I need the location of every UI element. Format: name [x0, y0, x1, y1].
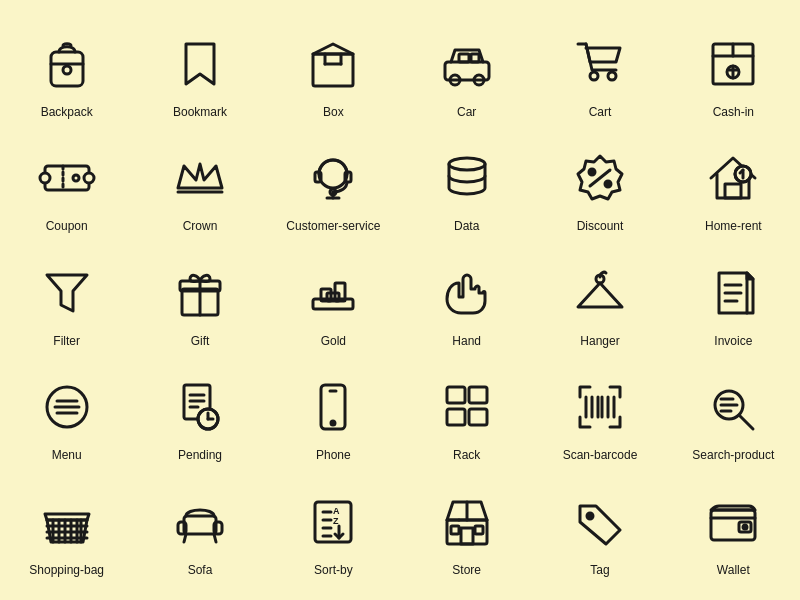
- rack-icon: [432, 372, 502, 442]
- icon-cell-bookmark: Bookmark: [133, 14, 266, 129]
- svg-point-22: [40, 173, 50, 183]
- svg-text:Z: Z: [333, 516, 339, 526]
- svg-rect-107: [451, 526, 459, 534]
- icon-cell-search-product: Search-product: [667, 357, 800, 472]
- pending-icon: [165, 372, 235, 442]
- cart-icon: [565, 29, 635, 99]
- sort-by-icon: A Z: [298, 487, 368, 557]
- icon-cell-backpack: Backpack: [0, 14, 133, 129]
- svg-rect-3: [313, 54, 353, 86]
- svg-point-2: [63, 66, 71, 74]
- box-label: Box: [323, 105, 344, 121]
- customer-service-icon: [298, 143, 368, 213]
- svg-rect-90: [178, 522, 186, 534]
- menu-label: Menu: [52, 448, 82, 464]
- svg-point-14: [608, 72, 616, 80]
- car-icon: [432, 29, 502, 99]
- svg-point-112: [743, 525, 747, 529]
- svg-point-23: [84, 173, 94, 183]
- icon-cell-wallet: Wallet: [667, 472, 800, 587]
- icon-cell-phone: Phone: [267, 357, 400, 472]
- coupon-icon: [32, 143, 102, 213]
- shopping-bag-icon: [32, 487, 102, 557]
- svg-rect-108: [475, 526, 483, 534]
- hanger-label: Hanger: [580, 334, 619, 350]
- svg-rect-71: [469, 409, 487, 425]
- car-label: Car: [457, 105, 476, 121]
- search-product-icon: [698, 372, 768, 442]
- svg-rect-89: [184, 516, 216, 534]
- svg-rect-70: [447, 409, 465, 425]
- svg-rect-48: [327, 293, 339, 301]
- svg-rect-69: [469, 387, 487, 403]
- svg-rect-0: [51, 52, 83, 86]
- svg-rect-11: [459, 54, 469, 62]
- icon-cell-menu: Menu: [0, 357, 133, 472]
- home-rent-icon: [698, 143, 768, 213]
- tag-icon: [565, 487, 635, 557]
- rack-label: Rack: [453, 448, 480, 464]
- icon-cell-car: Car: [400, 14, 533, 129]
- icon-cell-pending: Pending: [133, 357, 266, 472]
- pending-label: Pending: [178, 448, 222, 464]
- svg-line-40: [740, 170, 743, 173]
- svg-rect-110: [711, 510, 755, 540]
- icon-cell-hanger: Hanger: [533, 243, 666, 358]
- store-icon: [432, 487, 502, 557]
- svg-rect-36: [725, 184, 741, 198]
- sofa-label: Sofa: [188, 563, 213, 579]
- icon-cell-coupon: Coupon: [0, 128, 133, 243]
- icon-cell-filter: Filter: [0, 243, 133, 358]
- svg-rect-68: [447, 387, 465, 403]
- gift-label: Gift: [191, 334, 210, 350]
- svg-rect-104: [461, 528, 473, 544]
- icon-cell-tag: Tag: [533, 472, 666, 587]
- hand-label: Hand: [452, 334, 481, 350]
- svg-line-92: [184, 534, 186, 542]
- svg-point-13: [590, 72, 598, 80]
- crown-icon: [165, 143, 235, 213]
- customer-service-label: Customer-service: [286, 219, 380, 235]
- hanger-icon: [565, 258, 635, 328]
- crown-label: Crown: [183, 219, 218, 235]
- home-rent-label: Home-rent: [705, 219, 762, 235]
- icon-cell-customer-service: Customer-service: [267, 128, 400, 243]
- icon-cell-invoice: Invoice: [667, 243, 800, 358]
- sort-by-label: Sort-by: [314, 563, 353, 579]
- gift-icon: [165, 258, 235, 328]
- svg-point-32: [449, 158, 485, 170]
- scan-barcode-icon: [565, 372, 635, 442]
- svg-line-79: [739, 415, 753, 429]
- cash-in-label: Cash-in: [713, 105, 754, 121]
- hand-icon: [432, 258, 502, 328]
- icon-cell-box: Box: [267, 14, 400, 129]
- bookmark-label: Bookmark: [173, 105, 227, 121]
- icon-cell-cart: Cart: [533, 14, 666, 129]
- icon-cell-scan-barcode: Scan-barcode: [533, 357, 666, 472]
- filter-icon: [32, 258, 102, 328]
- data-label: Data: [454, 219, 479, 235]
- icon-cell-data: Data: [400, 128, 533, 243]
- menu-icon: [32, 372, 102, 442]
- svg-rect-21: [45, 166, 89, 190]
- backpack-label: Backpack: [41, 105, 93, 121]
- cart-label: Cart: [589, 105, 612, 121]
- gold-icon: [298, 258, 368, 328]
- invoice-label: Invoice: [714, 334, 752, 350]
- data-icon: [432, 143, 502, 213]
- discount-icon: [565, 143, 635, 213]
- icon-cell-shopping-bag: Shopping-bag: [0, 472, 133, 587]
- icon-cell-store: Store: [400, 472, 533, 587]
- bookmark-icon: [165, 29, 235, 99]
- tag-label: Tag: [590, 563, 609, 579]
- icon-cell-discount: Discount: [533, 128, 666, 243]
- svg-point-67: [331, 421, 335, 425]
- icon-cell-cash-in: Cash-in: [667, 14, 800, 129]
- svg-marker-41: [47, 275, 87, 311]
- store-label: Store: [452, 563, 481, 579]
- svg-rect-12: [471, 54, 479, 62]
- icon-cell-home-rent: Home-rent: [667, 128, 800, 243]
- wallet-label: Wallet: [717, 563, 750, 579]
- coupon-label: Coupon: [46, 219, 88, 235]
- scan-barcode-label: Scan-barcode: [563, 448, 638, 464]
